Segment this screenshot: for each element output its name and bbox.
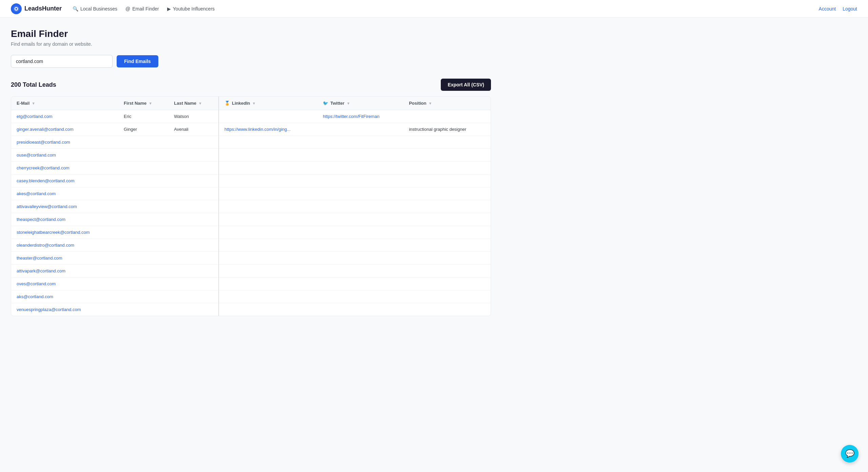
nav-youtube-label: Youtube Influencers	[173, 6, 215, 12]
col-position: Position ▼	[403, 97, 491, 110]
find-emails-button[interactable]: Find Emails	[117, 55, 158, 67]
last-name-filter-icon[interactable]: ▼	[198, 101, 202, 105]
first-name-filter-icon[interactable]: ▼	[149, 101, 152, 105]
cell-email: etg@cortland.com	[11, 110, 118, 123]
col-twitter: 🐦 Twitter ▼	[317, 97, 403, 110]
cell-first-name	[118, 303, 169, 316]
table-row: oleanderdistro@cortland.com	[11, 239, 491, 252]
cell-last-name	[169, 226, 219, 239]
cell-linkedin	[219, 187, 317, 200]
cell-linkedin	[219, 162, 317, 175]
table-row: theaster@cortland.com	[11, 252, 491, 265]
cell-last-name: Avenali	[169, 123, 219, 136]
cell-linkedin	[219, 303, 317, 316]
export-csv-button[interactable]: Export All (CSV)	[441, 79, 491, 91]
cell-email: aks@cortland.com	[11, 290, 118, 303]
cell-twitter	[317, 149, 403, 162]
youtube-icon: ▶	[167, 6, 171, 12]
cell-position	[403, 200, 491, 213]
cell-email: venuespringplaza@cortland.com	[11, 303, 118, 316]
table-row: oves@cortland.com	[11, 278, 491, 290]
table-row: attivavalleyview@cortland.com	[11, 200, 491, 213]
table-row: cherrycreek@cortland.com	[11, 162, 491, 175]
cell-first-name	[118, 252, 169, 265]
col-first-name-label: First Name	[124, 101, 146, 106]
cell-linkedin	[219, 200, 317, 213]
search-input[interactable]	[11, 55, 113, 68]
cell-last-name	[169, 265, 219, 278]
cell-first-name	[118, 265, 169, 278]
leads-table: E-Mail ▼ First Name ▼ La	[11, 97, 491, 316]
cell-email: theaspect@cortland.com	[11, 213, 118, 226]
nav-youtube-influencers[interactable]: ▶ Youtube Influencers	[167, 6, 215, 12]
cell-first-name	[118, 200, 169, 213]
cell-linkedin[interactable]: https://www.linkedin.com/in/ging...	[219, 123, 317, 136]
navbar-right: Account Logout	[819, 6, 857, 12]
cell-last-name	[169, 200, 219, 213]
cell-first-name	[118, 226, 169, 239]
cell-email: casey.blenden@cortland.com	[11, 175, 118, 187]
cell-email: ouse@cortland.com	[11, 149, 118, 162]
navbar-nav: 🔍 Local Businesses @ Email Finder ▶ Yout…	[73, 6, 819, 12]
cell-first-name: Eric	[118, 110, 169, 123]
leads-table-wrapper: E-Mail ▼ First Name ▼ La	[11, 96, 491, 316]
cell-position	[403, 239, 491, 252]
email-filter-icon[interactable]: ▼	[32, 101, 35, 105]
cell-twitter[interactable]: https://twitter.com/FitFireman	[317, 110, 403, 123]
position-filter-icon[interactable]: ▼	[428, 101, 432, 105]
linkedin-badge-icon: 🏅	[224, 101, 230, 106]
cell-first-name	[118, 187, 169, 200]
cell-last-name	[169, 149, 219, 162]
col-email: E-Mail ▼	[11, 97, 118, 110]
cell-linkedin	[219, 226, 317, 239]
col-email-label: E-Mail	[17, 101, 29, 106]
cell-twitter	[317, 252, 403, 265]
cell-first-name	[118, 149, 169, 162]
cell-twitter	[317, 187, 403, 200]
brand-logo-link[interactable]: LeadsHunter	[11, 3, 62, 14]
cell-position	[403, 290, 491, 303]
table-row: aks@cortland.com	[11, 290, 491, 303]
cell-position	[403, 110, 491, 123]
cell-email: oves@cortland.com	[11, 278, 118, 290]
cell-linkedin	[219, 136, 317, 149]
cell-twitter	[317, 123, 403, 136]
cell-first-name	[118, 162, 169, 175]
nav-email-finder[interactable]: @ Email Finder	[125, 6, 159, 12]
search-icon: 🔍	[73, 6, 78, 12]
twitter-link[interactable]: https://twitter.com/FitFireman	[323, 114, 379, 119]
cell-twitter	[317, 200, 403, 213]
cell-email: theaster@cortland.com	[11, 252, 118, 265]
cell-email: attivapark@cortland.com	[11, 265, 118, 278]
cell-first-name	[118, 136, 169, 149]
twitter-bird-icon: 🐦	[323, 101, 328, 106]
cell-last-name	[169, 252, 219, 265]
cell-position	[403, 149, 491, 162]
cell-email: presidioeast@cortland.com	[11, 136, 118, 149]
col-last-name-label: Last Name	[174, 101, 196, 106]
table-row: stoneleighatbearcreek@cortland.com	[11, 226, 491, 239]
cell-position	[403, 136, 491, 149]
email-icon: @	[125, 6, 130, 12]
col-linkedin-label: LinkedIn	[232, 101, 250, 106]
linkedin-link[interactable]: https://www.linkedin.com/in/ging...	[224, 127, 291, 132]
twitter-filter-icon[interactable]: ▼	[347, 101, 350, 105]
cell-position	[403, 213, 491, 226]
cell-position: instructional graphic designer	[403, 123, 491, 136]
nav-local-businesses[interactable]: 🔍 Local Businesses	[73, 6, 117, 12]
linkedin-filter-icon[interactable]: ▼	[252, 101, 256, 105]
cell-linkedin	[219, 252, 317, 265]
cell-twitter	[317, 290, 403, 303]
table-row: venuespringplaza@cortland.com	[11, 303, 491, 316]
table-header-row: E-Mail ▼ First Name ▼ La	[11, 97, 491, 110]
cell-last-name	[169, 187, 219, 200]
col-position-label: Position	[409, 101, 426, 106]
logout-link[interactable]: Logout	[843, 6, 857, 12]
cell-last-name	[169, 278, 219, 290]
cell-position	[403, 175, 491, 187]
cell-first-name	[118, 278, 169, 290]
cell-first-name	[118, 290, 169, 303]
cell-last-name: Watson	[169, 110, 219, 123]
cell-position	[403, 162, 491, 175]
account-link[interactable]: Account	[819, 6, 836, 12]
